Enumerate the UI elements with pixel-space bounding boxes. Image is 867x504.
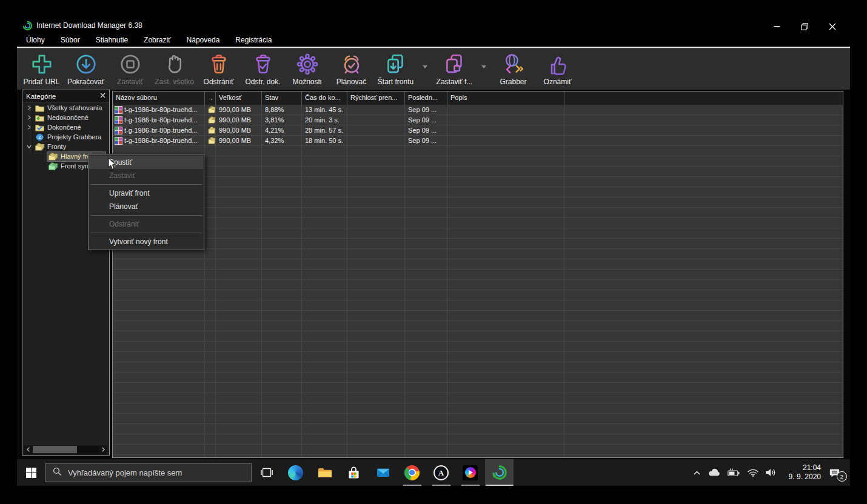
taskbar-mail[interactable] — [369, 459, 397, 486]
taskbar-edge[interactable] — [281, 459, 310, 486]
search-box[interactable]: Vyhľadávaný pojem napíšte sem — [45, 463, 252, 482]
close-button[interactable] — [818, 18, 846, 35]
column-header-last-try[interactable]: Posledn... — [405, 91, 447, 105]
onedrive-icon[interactable] — [707, 468, 721, 477]
cell-time-left — [302, 197, 347, 207]
column-header-description[interactable]: Popis — [447, 91, 564, 105]
cell-status — [262, 259, 302, 269]
toolbar-scheduler[interactable]: Plánovač — [329, 50, 373, 90]
download-row[interactable]: t-g-1986-br-80p-truehd...990,00 MB8,88%1… — [113, 105, 843, 115]
menu-download[interactable]: Stiahnutie — [88, 34, 136, 46]
menu-file[interactable]: Súbor — [53, 34, 88, 46]
menu-tasks[interactable]: Úlohy — [18, 34, 53, 46]
toolbar-tell-friend[interactable]: Oznámiť — [535, 50, 580, 90]
sidebar-item-queues[interactable]: Fronty — [22, 142, 109, 151]
resume-icon — [73, 50, 99, 77]
cell-time-left — [302, 239, 347, 248]
minimize-button[interactable] — [763, 18, 791, 35]
column-header-transfer-rate[interactable]: Rýchlosť pren... — [347, 91, 405, 105]
column-header-name[interactable]: Názov súboru — [113, 91, 205, 105]
tree-connector — [30, 105, 30, 154]
cell-transfer-rate — [347, 445, 405, 454]
column-header-time-left[interactable]: Čas do ko... — [302, 91, 347, 105]
volume-icon[interactable] — [765, 468, 777, 477]
scrollbar-thumb[interactable] — [33, 446, 77, 453]
mouse-cursor — [108, 158, 118, 173]
menu-help[interactable]: Nápoveda — [179, 34, 228, 46]
toolbar-options[interactable]: Možnosti — [285, 50, 329, 90]
sidebar-item-finished[interactable]: Dokončené — [22, 122, 109, 132]
close-icon[interactable] — [100, 93, 105, 99]
sidebar-item-grabber-projects[interactable]: eProjekty Grabbera — [22, 132, 109, 142]
start-button[interactable] — [17, 459, 45, 486]
cell-description — [447, 259, 564, 269]
cell-text: 28 min. 57 s. — [305, 126, 343, 135]
cell-description — [447, 321, 564, 331]
toolbar-delete[interactable]: Odstrániť — [196, 50, 241, 90]
toolbar-delete-completed[interactable]: Odstr. dok. — [241, 50, 285, 90]
cell-time-left — [302, 445, 347, 454]
toolbar-start-queue-dropdown[interactable] — [418, 55, 432, 79]
toolbar-grabber[interactable]: Grabber — [491, 50, 535, 90]
sidebar-hscrollbar[interactable] — [24, 445, 107, 454]
column-header-filler — [564, 91, 843, 105]
media-player-logo — [463, 465, 478, 480]
context-menu-schedule[interactable]: Plánovať — [89, 200, 203, 213]
action-center-button[interactable]: 2 — [827, 465, 843, 480]
restore-button[interactable] — [791, 18, 818, 35]
download-row[interactable]: t-g-1986-br-80p-truehd...990,00 MB4,32%1… — [113, 136, 843, 146]
sidebar-item-unfinished[interactable]: Nedokončené — [22, 113, 109, 122]
cell-status — [262, 352, 302, 362]
download-row[interactable]: t-g-1986-br-80p-truehd...990,00 MB4,21%2… — [113, 125, 843, 136]
cell-filler — [564, 259, 843, 269]
cell-size: 990,00 MB — [216, 105, 262, 114]
context-menu-edit-queue[interactable]: Upraviť front — [89, 187, 203, 200]
column-header-icon[interactable]: . — [205, 91, 216, 105]
cell-status — [262, 331, 302, 341]
cell-name: t-g-1986-br-80p-truehd... — [113, 136, 205, 145]
toolbar-stop: Zastaviť — [108, 50, 152, 90]
cell-icon — [205, 311, 216, 320]
taskbar-chrome[interactable] — [398, 459, 426, 486]
download-row[interactable]: t-g-1986-br-80p-truehd...990,00 MB3,81%2… — [113, 115, 843, 125]
taskbar-store[interactable] — [340, 459, 368, 486]
cell-size — [216, 403, 262, 413]
cell-time-left — [302, 373, 347, 382]
column-header-status[interactable]: Stav — [262, 91, 302, 105]
chevron-up-icon[interactable] — [693, 470, 701, 476]
menu-view[interactable]: Zobraziť — [136, 34, 179, 46]
scroll-right-icon[interactable] — [99, 445, 107, 454]
scroll-left-icon[interactable] — [24, 445, 33, 454]
taskbar-media-player[interactable] — [456, 459, 484, 486]
cell-transfer-rate — [347, 383, 405, 393]
cell-last-try — [405, 146, 447, 156]
taskbar-task-view[interactable] — [252, 459, 281, 486]
cell-transfer-rate — [347, 455, 405, 458]
toolbar-start-queue[interactable]: Štart frontu — [373, 50, 418, 90]
tell-friend-icon — [544, 50, 571, 77]
cell-description — [447, 311, 564, 320]
menu-registration[interactable]: Registrácia — [227, 34, 280, 46]
cell-filler — [564, 445, 843, 454]
battery-icon[interactable] — [728, 468, 741, 477]
context-menu-start[interactable]: Spustiť — [89, 156, 203, 169]
taskbar-clock[interactable]: 21:049. 9. 2020 — [783, 463, 821, 482]
taskbar-idm[interactable] — [485, 459, 514, 486]
toolbar-stop-queue[interactable]: Zastaviť f... — [432, 50, 477, 90]
taskbar-app-a[interactable]: A — [427, 459, 455, 486]
wifi-icon[interactable] — [747, 468, 759, 477]
cell-icon — [205, 115, 216, 125]
cell-description — [447, 115, 564, 125]
toolbar-resume[interactable]: Pokračovať — [64, 50, 108, 90]
cell-description — [447, 362, 564, 372]
sidebar-item-all-downloads[interactable]: Všetky sťahovania — [22, 103, 109, 113]
context-menu-create-new-queue[interactable]: Vytvoriť nový front — [89, 235, 203, 248]
toolbar-stop-queue-dropdown[interactable] — [477, 55, 491, 79]
categories-header: Kategórie — [22, 90, 109, 102]
taskbar-explorer[interactable] — [310, 459, 339, 486]
cell-time-left — [302, 290, 347, 300]
running-indicator — [486, 485, 513, 486]
toolbar-add-url[interactable]: Pridať URL — [19, 50, 64, 90]
column-header-size[interactable]: Veľkosť — [216, 91, 262, 105]
scrollbar-track[interactable] — [33, 446, 99, 453]
